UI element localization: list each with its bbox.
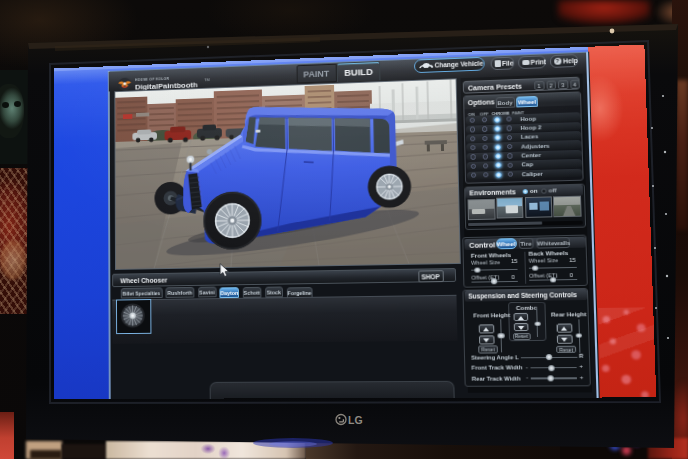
svg-text:TM: TM	[204, 78, 210, 82]
svg-text:LG: LG	[348, 414, 363, 426]
